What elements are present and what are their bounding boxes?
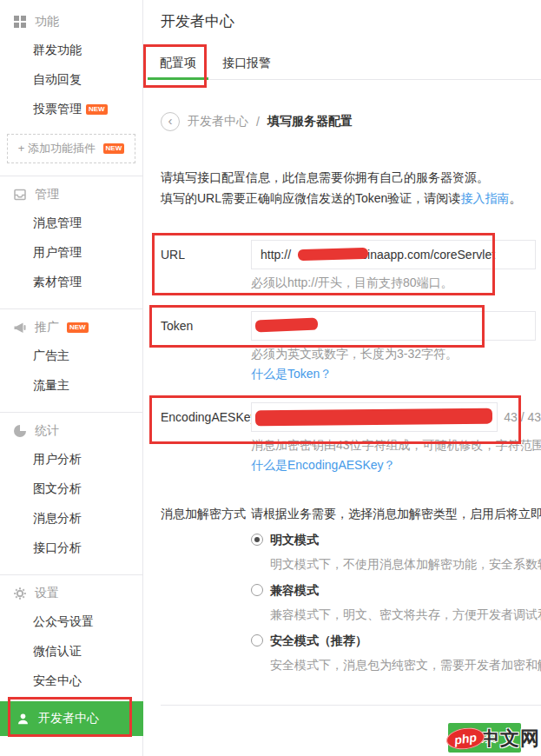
- crypto-mode-label: 消息加解密方式: [161, 505, 251, 680]
- aeskey-row: EncodingAESKey 43 / 43 消息加密密钥由43位字符组成，可随…: [161, 402, 541, 475]
- sidebar-item-mass-send[interactable]: 群发功能: [0, 35, 142, 64]
- crypto-option-desc: 安全模式下，消息包为纯密文，需要开发者加密和解密，安全系数较高: [251, 656, 541, 673]
- back-button[interactable]: ‹: [161, 112, 180, 131]
- sidebar: 功能 群发功能 自动回复 投票管理NEW + 添加功能插件 NEW 管理 消息管…: [0, 0, 143, 756]
- sidebar-item-message-manage[interactable]: 消息管理: [0, 208, 142, 237]
- tab-config[interactable]: 配置项: [148, 47, 208, 79]
- sidebar-section-statistics: 统计: [0, 418, 142, 444]
- token-input[interactable]: dsfw...: [251, 311, 536, 341]
- sidebar-item-advertiser[interactable]: 广告主: [0, 341, 142, 370]
- add-plugin-button[interactable]: + 添加功能插件 NEW: [7, 134, 135, 163]
- watermark-text: 中文网: [480, 726, 540, 752]
- url-helper: 必须以http://开头，目前支持80端口。: [251, 275, 541, 290]
- aeskey-helper: 消息加密密钥由43位字符组成，可随机修改，字符范围为A-Z，a-z: [251, 437, 541, 453]
- crypto-option-compatible: 兼容模式 兼容模式下，明文、密文将共存，方便开发者调试和维护: [251, 581, 541, 623]
- redaction-scribble: [255, 318, 318, 333]
- token-helper: 必须为英文或数字，长度为3-32字符。: [251, 346, 541, 361]
- divider: [0, 308, 142, 309]
- divider: [0, 412, 142, 413]
- sidebar-item-wechat-verify[interactable]: 微信认证: [0, 636, 142, 666]
- pie-icon: [13, 424, 27, 438]
- sidebar-section-label: 推广: [35, 320, 59, 335]
- divider: [161, 705, 541, 706]
- crypto-mode-row: 消息加解密方式 请根据业务需要，选择消息加解密类型，启用后将立即生效 明文模式 …: [161, 505, 541, 680]
- url-input[interactable]: http://sinaapp.com/coreServlet: [251, 240, 536, 269]
- url-row: URL http://sinaapp.com/coreServlet 必须以ht…: [161, 240, 541, 290]
- sidebar-item-message-analysis[interactable]: 消息分析: [0, 503, 142, 533]
- page-title: 开发者中心: [161, 12, 541, 31]
- redaction-scribble: [298, 248, 368, 261]
- what-is-token-link[interactable]: 什么是Token？: [251, 367, 332, 381]
- redaction-scribble: [255, 408, 492, 427]
- grid-icon: [13, 15, 27, 29]
- sidebar-section-label: 设置: [35, 586, 59, 601]
- sidebar-section-label: 统计: [35, 423, 59, 439]
- crypto-option-desc: 明文模式下，不使用消息体加解密功能，安全系数较低: [251, 555, 541, 573]
- token-row: Token dsfw... 必须为英文或数字，长度为3-32字符。 什么是Tok…: [161, 311, 541, 384]
- radio-secure[interactable]: [251, 634, 263, 647]
- sidebar-item-traffic-owner[interactable]: 流量主: [0, 370, 142, 400]
- sidebar-item-account-settings[interactable]: 公众号设置: [0, 607, 142, 636]
- new-badge: NEW: [103, 143, 125, 154]
- tray-icon: [13, 188, 27, 202]
- active-tab-underline: [148, 77, 208, 80]
- megaphone-icon: [13, 321, 27, 335]
- tab-api-alarm[interactable]: 接口报警: [210, 47, 283, 79]
- tab-bar: 配置项 接口报警: [161, 47, 541, 80]
- crypto-option-secure: 安全模式（推荐） 安全模式下，消息包为纯密文，需要开发者加密和解密，安全系数较高: [251, 632, 541, 673]
- sidebar-item-api-analysis[interactable]: 接口分析: [0, 533, 142, 562]
- breadcrumb-parent[interactable]: 开发者中心: [188, 114, 248, 129]
- main-content: 开发者中心 配置项 接口报警 ‹ 开发者中心 / 填写服务器配置 请填写接口配置…: [144, 0, 541, 756]
- sidebar-section-features: 功能: [0, 9, 142, 35]
- user-icon: [16, 713, 30, 726]
- radio-plaintext[interactable]: [251, 534, 263, 546]
- what-is-aeskey-link[interactable]: 什么是EncodingAESKey？: [251, 458, 396, 472]
- sidebar-section-label: 管理: [35, 187, 59, 202]
- breadcrumb: ‹ 开发者中心 / 填写服务器配置: [161, 111, 541, 132]
- sidebar-item-user-manage[interactable]: 用户管理: [0, 237, 142, 267]
- aeskey-label: EncodingAESKey: [161, 402, 251, 475]
- breadcrumb-current: 填写服务器配置: [267, 114, 353, 129]
- sidebar-section-manage: 管理: [0, 182, 142, 208]
- php-cn-watermark: php 中文网: [446, 726, 540, 752]
- server-config-form: URL http://sinaapp.com/coreServlet 必须以ht…: [161, 240, 541, 753]
- radio-compatible[interactable]: [251, 584, 263, 596]
- sidebar-item-article-analysis[interactable]: 图文分析: [0, 474, 142, 503]
- sidebar-item-developer-center[interactable]: 开发者中心: [0, 701, 143, 736]
- gear-icon: [13, 587, 27, 600]
- sidebar-section-promotion: 推广 NEW: [0, 315, 142, 341]
- crypto-instruction: 请根据业务需要，选择消息加解密类型，启用后将立即生效: [251, 505, 541, 522]
- crypto-option-plaintext: 明文模式 明文模式下，不使用消息体加解密功能，安全系数较低: [251, 531, 541, 573]
- intro-line-1: 请填写接口配置信息，此信息需要你拥有自己的服务器资源。: [161, 167, 541, 188]
- sidebar-section-settings: 设置: [0, 580, 142, 607]
- url-label: URL: [161, 240, 251, 290]
- new-badge: NEW: [86, 104, 108, 115]
- token-label: Token: [161, 311, 251, 384]
- aeskey-char-counter: 43 / 43: [504, 410, 541, 424]
- aeskey-input[interactable]: [251, 402, 498, 432]
- breadcrumb-separator: /: [256, 115, 260, 129]
- access-guide-link[interactable]: 接入指南: [460, 191, 509, 205]
- developer-center-page: 功能 群发功能 自动回复 投票管理NEW + 添加功能插件 NEW 管理 消息管…: [0, 0, 541, 756]
- sidebar-item-vote-manage[interactable]: 投票管理NEW: [0, 94, 142, 123]
- plus-icon: +: [18, 142, 25, 155]
- sidebar-item-auto-reply[interactable]: 自动回复: [0, 64, 142, 94]
- intro-text: 请填写接口配置信息，此信息需要你拥有自己的服务器资源。 填写的URL需要正确响应…: [161, 167, 541, 209]
- new-badge: NEW: [67, 322, 89, 333]
- divider: [0, 176, 142, 176]
- sidebar-item-user-analysis[interactable]: 用户分析: [0, 444, 142, 474]
- divider: [0, 574, 142, 575]
- intro-line-2: 填写的URL需要正确响应微信发送的Token验证，请阅读接入指南。: [161, 188, 541, 209]
- sidebar-item-security-center[interactable]: 安全中心: [0, 666, 142, 695]
- sidebar-section-label: 功能: [35, 14, 59, 30]
- crypto-option-desc: 兼容模式下，明文、密文将共存，方便开发者调试和维护: [251, 606, 541, 623]
- sidebar-item-material-manage[interactable]: 素材管理: [0, 267, 142, 296]
